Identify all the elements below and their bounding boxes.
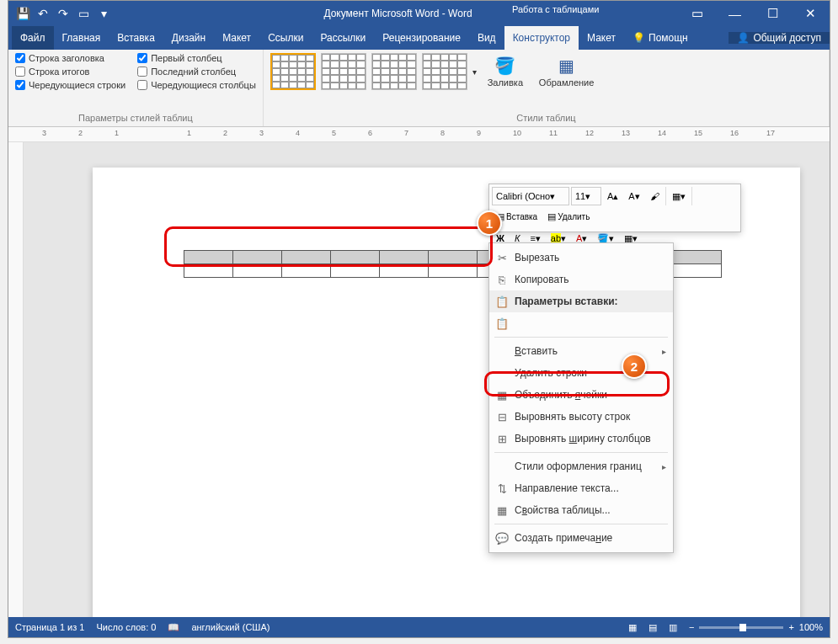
dist-rows-icon: ⊟ — [494, 411, 510, 423]
status-bar: Страница 1 из 1 Число слов: 0 📖 английск… — [8, 617, 830, 637]
delete-mini[interactable]: ▤Удалить — [543, 207, 594, 226]
table-style-4[interactable] — [422, 53, 467, 90]
shading-button[interactable]: 🪣Заливка — [482, 54, 529, 89]
paste-formatting-icon: 📋 — [494, 317, 510, 330]
spellcheck-icon[interactable]: 📖 — [168, 622, 179, 633]
styles-more-icon[interactable]: ▾ — [472, 67, 477, 77]
title-bar: 💾 ↶ ↷ ▭ ▾ Документ Microsoft Word - Word… — [8, 1, 830, 26]
tab-view[interactable]: Вид — [469, 26, 504, 50]
view-read-icon[interactable]: ▦ — [628, 622, 637, 633]
maximize-button[interactable]: ☐ — [754, 1, 792, 26]
tab-mailings[interactable]: Рассылки — [312, 26, 374, 50]
chk-total-row[interactable]: Строка итогов — [15, 67, 125, 77]
table-style-mini-icon[interactable]: ▦▾ — [668, 187, 690, 205]
ribbon: Строка заголовка Строка итогов Чередующи… — [8, 50, 830, 127]
close-button[interactable]: ✕ — [792, 1, 830, 26]
ctx-insert[interactable]: Вставить▸ — [489, 340, 673, 362]
text-dir-icon: ⇅ — [494, 482, 510, 495]
cut-icon: ✂ — [494, 252, 510, 264]
tab-design[interactable]: Дизайн — [163, 26, 214, 50]
context-menu: ✂Вырезать ⎘Копировать 📋Параметры вставки… — [488, 242, 674, 553]
chk-header-row[interactable]: Строка заголовка — [15, 53, 125, 63]
ctx-paste-keep-formatting[interactable]: 📋 — [489, 312, 673, 334]
chk-last-col[interactable]: Последний столбец — [137, 67, 256, 77]
tell-me[interactable]: 💡Помощн — [624, 32, 697, 44]
save-icon[interactable]: 💾 — [13, 4, 32, 23]
zoom-out-icon[interactable]: − — [689, 622, 694, 632]
tab-home[interactable]: Главная — [54, 26, 109, 50]
horizontal-ruler[interactable]: 3211234567891011121314151617 — [8, 127, 830, 142]
table-style-1[interactable] — [270, 53, 316, 90]
tab-insert[interactable]: Вставка — [109, 26, 163, 50]
ctx-text-direction[interactable]: ⇅Направление текста... — [489, 477, 673, 499]
table-style-3[interactable] — [371, 53, 417, 90]
shrink-font-icon[interactable]: A▾ — [624, 187, 643, 205]
ctx-distribute-rows[interactable]: ⊟Выровнять высоту строк — [489, 406, 673, 428]
table-props-icon: ▦ — [494, 504, 510, 517]
document-page[interactable] — [93, 168, 800, 617]
group-label: Параметры стилей таблиц — [15, 113, 256, 123]
tab-review[interactable]: Рецензирование — [374, 26, 469, 50]
vertical-ruler[interactable] — [8, 142, 24, 617]
group-table-styles: ▾ 🪣Заливка ▦Обрамление Стили таблиц — [264, 50, 830, 126]
merge-cells-icon: ▦ — [494, 389, 510, 402]
ctx-new-comment[interactable]: 💬Создать примечание — [489, 527, 673, 549]
zoom-in-icon[interactable]: + — [788, 622, 793, 632]
contextual-tab-label: Работа с таблицами — [512, 4, 599, 14]
status-language[interactable]: английский (США) — [191, 622, 270, 632]
ctx-paste-options-header: 📋Параметры вставки: — [489, 290, 673, 312]
status-page[interactable]: Страница 1 из 1 — [15, 622, 84, 632]
tab-constructor[interactable]: Конструктор — [504, 26, 579, 50]
mini-toolbar: Calibri (Осно ▾ 11 ▾ A▴ A▾ 🖌 ▦▾ ▤Вставка… — [488, 184, 741, 232]
ribbon-tabs: Файл Главная Вставка Дизайн Макет Ссылки… — [8, 26, 830, 50]
ctx-border-styles[interactable]: Стили оформления границ▸ — [489, 455, 673, 477]
copy-icon: ⎘ — [494, 274, 510, 286]
view-web-icon[interactable]: ▥ — [669, 622, 677, 633]
tab-file[interactable]: Файл — [12, 26, 54, 50]
zoom-slider[interactable]: − + 100% — [689, 622, 823, 632]
table-style-2[interactable] — [321, 53, 366, 90]
status-words[interactable]: Число слов: 0 — [96, 622, 156, 632]
new-doc-icon[interactable]: ▭ — [74, 4, 93, 23]
format-painter-icon[interactable]: 🖌 — [646, 187, 664, 205]
share-button[interactable]: 👤Общий доступ — [729, 32, 830, 44]
view-print-icon[interactable]: ▤ — [649, 622, 657, 633]
redo-icon[interactable]: ↷ — [54, 4, 72, 23]
borders-button[interactable]: ▦Обрамление — [534, 54, 600, 89]
zoom-value[interactable]: 100% — [799, 622, 823, 632]
tab-layout[interactable]: Макет — [214, 26, 259, 50]
font-size-combo[interactable]: 11 ▾ — [571, 187, 601, 205]
ctx-distribute-cols[interactable]: ⊞Выровнять ширину столбцов — [489, 428, 673, 450]
annotation-badge-2: 2 — [622, 354, 647, 379]
tab-table-layout[interactable]: Макет — [579, 26, 624, 50]
chk-banded-rows[interactable]: Чередующиеся строки — [15, 80, 125, 90]
ctx-table-properties[interactable]: ▦Свойства таблицы... — [489, 499, 673, 521]
font-family-combo[interactable]: Calibri (Осно ▾ — [492, 187, 569, 205]
ribbon-options-icon[interactable]: ▭ — [678, 1, 716, 26]
app-window: 💾 ↶ ↷ ▭ ▾ Документ Microsoft Word - Word… — [8, 0, 830, 638]
paste-icon: 📋 — [494, 295, 510, 308]
chk-first-col[interactable]: Первый столбец — [137, 53, 256, 63]
ctx-copy[interactable]: ⎘Копировать — [489, 269, 673, 290]
comment-icon: 💬 — [494, 532, 510, 545]
undo-icon[interactable]: ↶ — [34, 4, 52, 23]
dist-cols-icon: ⊞ — [494, 433, 510, 445]
annotation-badge-1: 1 — [477, 210, 502, 236]
chk-banded-cols[interactable]: Чередующиеся столбцы — [137, 80, 256, 90]
tab-references[interactable]: Ссылки — [259, 26, 312, 50]
qat-dropdown-icon[interactable]: ▾ — [94, 4, 113, 23]
group-style-options: Строка заголовка Строка итогов Чередующи… — [8, 50, 264, 126]
ctx-cut[interactable]: ✂Вырезать — [489, 247, 673, 269]
grow-font-icon[interactable]: A▴ — [603, 187, 622, 205]
minimize-button[interactable]: — — [716, 1, 754, 26]
ctx-merge-cells[interactable]: ▦Объединить ячейки — [489, 384, 673, 406]
styles-group-label: Стили таблиц — [270, 113, 822, 123]
